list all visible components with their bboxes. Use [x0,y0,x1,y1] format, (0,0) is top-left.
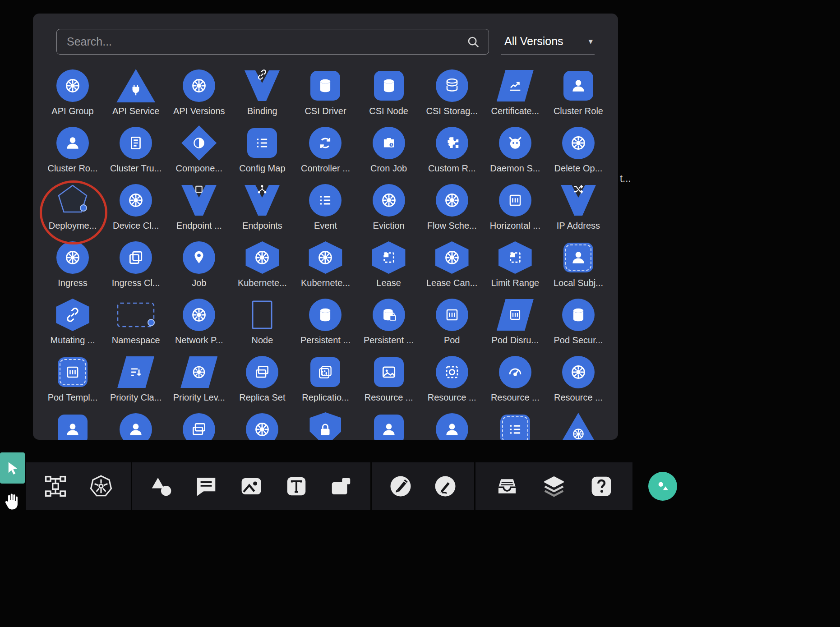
shape-item[interactable]: Eviction [357,181,420,238]
shape-item[interactable] [167,410,231,440]
shape-item[interactable]: Limit Range [484,238,547,295]
shape-item[interactable] [420,410,484,440]
marker-tool[interactable] [385,470,416,502]
kubernetes-tool[interactable] [85,470,117,502]
shape-item[interactable]: Persistent ... [294,295,357,353]
layers-icon [542,474,566,498]
shape-item[interactable] [547,410,610,440]
shape-item[interactable]: Priority Cla... [104,353,167,410]
shape-item[interactable] [104,410,167,440]
shape-item[interactable]: Pod Secur... [547,295,610,353]
shape-item[interactable]: Horizontal ... [484,181,547,238]
library-button[interactable] [648,472,677,501]
shape-item[interactable]: Kubernete... [231,238,294,295]
shape-item-label: Certificate... [491,106,539,116]
text-tool[interactable] [281,470,312,502]
version-filter-dropdown[interactable]: All Versions ▾ [501,29,595,55]
diagram-tool[interactable] [40,470,71,502]
shape-item[interactable]: Resource ... [484,353,547,410]
db-icon [374,71,404,101]
shape-item-label: Horizontal ... [490,221,540,231]
shape-item-iconbox [251,295,273,334]
shape-item[interactable]: CSI Storag... [420,66,484,124]
shape-item[interactable]: Custom R... [420,124,484,181]
comment-tool[interactable] [190,470,222,502]
shape-item[interactable]: Mutating ... [41,295,104,353]
shape-item[interactable]: IP Address [547,181,610,238]
shape-item[interactable] [357,410,420,440]
note-tool[interactable] [325,470,357,502]
shape-item[interactable]: Cluster Tru... [104,124,167,181]
dashbox-icon [371,241,407,274]
shape-item[interactable] [294,410,357,440]
shape-item[interactable]: Event [294,181,357,238]
shape-item[interactable]: Endpoint ... [167,181,231,238]
shape-item[interactable]: Device Cl... [104,181,167,238]
shape-item-iconbox [436,295,468,334]
image-tool[interactable] [235,470,267,502]
shape-item[interactable] [231,410,294,440]
shape-item[interactable]: CSI Node [357,66,420,124]
shape-item[interactable]: Cron Job [357,124,420,181]
shape-item[interactable]: Pod [420,295,484,353]
shape-item-label: Kubernete... [238,278,287,288]
shape-item[interactable]: Lease [357,238,420,295]
shape-item[interactable]: Replica Set [231,353,294,410]
shape-item[interactable]: Resource ... [357,353,420,410]
shape-item[interactable]: API Versions [167,66,231,124]
shape-item-label: Cluster Ro... [47,163,97,174]
shape-item[interactable]: CSI Driver [294,66,357,124]
shape-item[interactable]: API Group [41,66,104,124]
shape-item-iconbox [310,66,340,105]
wheel-icon [56,241,89,274]
shape-item[interactable]: Certificate... [484,66,547,124]
shape-item[interactable]: Resource ... [420,353,484,410]
shape-item[interactable]: Namespace [104,295,167,353]
shape-item[interactable]: Deployme... [41,181,104,238]
shape-item[interactable]: Pod Templ... [41,353,104,410]
shape-item[interactable]: Network P... [167,295,231,353]
shape-item-label: Cron Job [370,163,407,174]
shape-item-label: Compone... [176,163,222,174]
archive-tool[interactable] [491,470,523,502]
shape-item[interactable]: Binding [231,66,294,124]
shapes-tool[interactable] [146,470,177,502]
shape-item[interactable]: Node [231,295,294,353]
shape-item[interactable]: Replicatio... [294,353,357,410]
shape-item[interactable]: Compone... [167,124,231,181]
shape-item[interactable]: Delete Op... [547,124,610,181]
shape-item[interactable]: Priority Lev... [167,353,231,410]
shape-item[interactable]: Resource ... [547,353,610,410]
shape-item[interactable]: Flow Sche... [420,181,484,238]
shape-item[interactable]: Job [167,238,231,295]
shape-item[interactable]: Controller ... [294,124,357,181]
list-icon [500,415,530,440]
shape-item[interactable]: API Service [104,66,167,124]
shape-item[interactable]: Config Map [231,124,294,181]
shape-item[interactable]: Cluster Ro... [41,124,104,181]
shape-item[interactable]: Daemon S... [484,124,547,181]
shape-item[interactable]: Ingress [41,238,104,295]
search-input[interactable] [56,29,489,55]
shape-item[interactable]: Ingress Cl... [104,238,167,295]
shape-item-iconbox [120,124,152,162]
help-tool[interactable] [586,470,617,502]
person-icon [563,71,593,101]
shape-item[interactable]: Cluster Role [547,66,610,124]
wheel-icon [183,299,215,331]
shape-item[interactable]: Pod Disru... [484,295,547,353]
shape-item[interactable]: Local Subj... [547,238,610,295]
layers-tool[interactable] [538,470,570,502]
shape-item[interactable]: Persistent ... [357,295,420,353]
shape-item-label: API Group [51,106,93,116]
shape-item-iconbox [436,410,468,440]
select-tool[interactable] [0,452,25,484]
shape-item-label: Priority Cla... [110,392,162,403]
shape-item[interactable]: Endpoints [231,181,294,238]
shape-item[interactable]: Kubernete... [294,238,357,295]
shape-item[interactable] [41,410,104,440]
pencil-tool[interactable] [429,470,461,502]
hand-tool[interactable] [1,490,22,513]
shape-item[interactable] [484,410,547,440]
shape-item[interactable]: Lease Can... [420,238,484,295]
